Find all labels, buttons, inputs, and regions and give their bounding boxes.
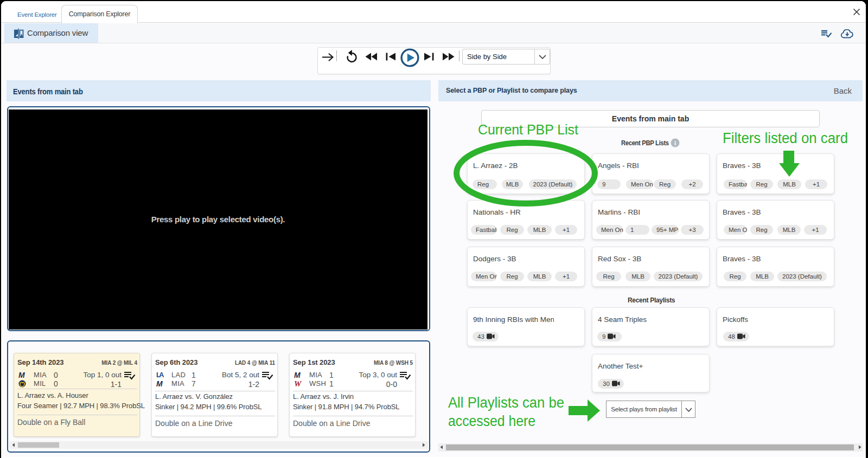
- svg-text:accessed here: accessed here: [448, 413, 535, 429]
- svg-text:All Playlists can be: All Playlists can be: [448, 395, 564, 411]
- svg-text:Current PBP List: Current PBP List: [478, 121, 579, 138]
- svg-text:Filters listed on card: Filters listed on card: [723, 130, 848, 146]
